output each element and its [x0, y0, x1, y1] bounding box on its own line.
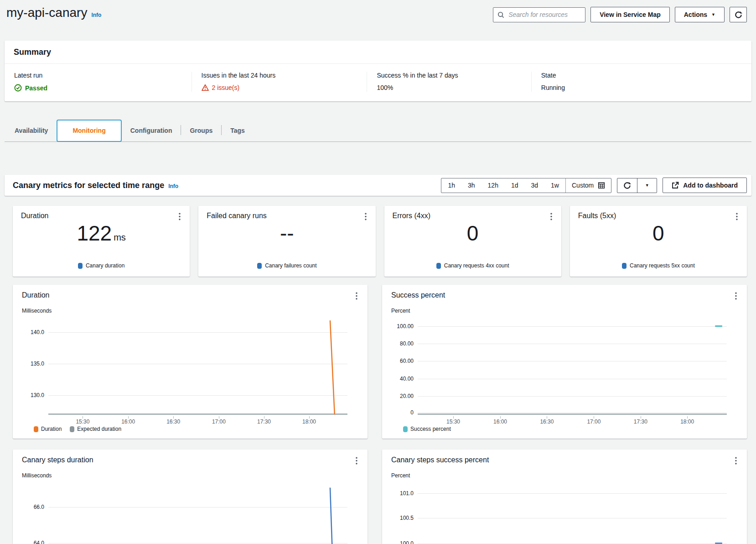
legend-item[interactable]: Expected duration [70, 426, 121, 432]
x-axis-labels: 15:3016:0016:3017:0017:3018:00 [48, 415, 347, 424]
range-12h[interactable]: 12h [482, 178, 505, 193]
chart-duration: Duration Milliseconds 140.0135.0130.0 15… [13, 285, 368, 439]
y-tick-label: 80.00 [400, 340, 414, 347]
y-tick-label: 100.5 [400, 515, 414, 521]
warning-triangle-icon [202, 84, 209, 91]
kebab-menu-icon[interactable] [178, 212, 181, 221]
kebab-menu-icon[interactable] [735, 212, 739, 221]
x-tick-label: 16:00 [493, 418, 507, 425]
plot-area[interactable]: 140.0135.0130.0 [48, 319, 347, 415]
y-tick-label: 140.0 [31, 329, 44, 335]
refresh-icon [623, 182, 631, 189]
metrics-info-link[interactable]: Info [168, 183, 178, 189]
x-tick-label: 16:30 [166, 418, 180, 425]
check-circle-icon [14, 84, 22, 92]
legend-swatch [78, 263, 83, 269]
external-link-icon [672, 182, 679, 189]
resource-search[interactable] [493, 7, 585, 22]
add-to-dashboard-button[interactable]: Add to dashboard [663, 178, 747, 193]
stat-card-legend: Canary duration [21, 262, 181, 269]
stat-card-title: Faults (5xx) [578, 212, 616, 220]
refresh-split-button: ▼ [617, 178, 657, 193]
range-1h[interactable]: 1h [441, 178, 461, 193]
search-input[interactable] [507, 10, 581, 19]
plot-area[interactable]: 66.064.0 [48, 484, 347, 544]
x-tick-label: 15:30 [76, 418, 89, 425]
issues-status: 2 issue(s) [202, 84, 357, 91]
page-title: my-api-canary [6, 5, 87, 20]
legend-swatch [436, 263, 441, 269]
actions-button[interactable]: Actions ▼ [675, 7, 725, 22]
x-axis-labels: 15:3016:0016:3017:0017:3018:00 [418, 415, 727, 424]
metrics-refresh-button[interactable] [617, 178, 637, 193]
summary-field-latest-run: Latest run Passed [5, 72, 192, 92]
chart-title: Canary steps duration [22, 456, 93, 464]
stat-card-value: 122ms [21, 222, 181, 245]
issues-value[interactable]: 2 issue(s) [212, 84, 240, 91]
top-bar: my-api-canary Info View in Service Map A… [0, 0, 756, 22]
field-label: Success % in the last 7 days [377, 72, 521, 79]
page-title-wrap: my-api-canary Info [6, 5, 101, 20]
series-line-layer [418, 319, 727, 415]
y-axis-unit: Percent [391, 472, 738, 479]
legend-item[interactable]: Success percent [403, 426, 451, 432]
metrics-title-wrap: Canary metrics for selected time range I… [13, 181, 178, 190]
tab-configuration[interactable]: Configuration [122, 120, 181, 141]
range-3d[interactable]: 3d [525, 178, 545, 193]
stat-card-title: Duration [21, 212, 48, 220]
y-tick-label: 100.0 [400, 540, 414, 544]
legend-label: Success percent [410, 426, 451, 432]
kebab-menu-icon[interactable] [355, 456, 358, 466]
refresh-button[interactable] [730, 7, 747, 22]
stat-card-faults-5xx: Faults (5xx) 0 Canary requests 5xx count [570, 206, 747, 277]
y-tick-label: 66.0 [34, 504, 44, 510]
y-tick-label: 40.00 [400, 376, 414, 382]
y-axis-unit: Milliseconds [22, 472, 358, 479]
calendar-icon [598, 182, 605, 189]
stat-card-value: 0 [393, 222, 553, 245]
time-range-group: 1h 3h 12h 1d 3d 1w Custom [441, 178, 611, 193]
chart-title: Canary steps success percent [391, 456, 489, 464]
tab-availability[interactable]: Availability [6, 120, 57, 141]
kebab-menu-icon[interactable] [734, 456, 738, 466]
kebab-menu-icon[interactable] [734, 291, 738, 301]
tab-tags[interactable]: Tags [222, 120, 254, 141]
legend-item[interactable]: Duration [34, 426, 62, 432]
legend-swatch [70, 426, 74, 432]
view-in-service-map-button[interactable]: View in Service Map [590, 7, 670, 22]
stat-card-legend: Canary requests 4xx count [393, 262, 553, 269]
legend-label: Expected duration [77, 426, 121, 432]
title-info-link[interactable]: Info [91, 12, 101, 18]
range-1d[interactable]: 1d [505, 178, 525, 193]
stat-card-value: 0 [578, 222, 739, 245]
plot-area[interactable]: 101.0100.5100.0 [418, 484, 727, 544]
chart-canary-steps-success-percent: Canary steps success percent Percent 101… [382, 450, 747, 544]
y-tick-label: 130.0 [31, 392, 44, 398]
kebab-menu-icon[interactable] [364, 212, 368, 221]
tab-groups[interactable]: Groups [181, 120, 221, 141]
x-tick-label: 18:00 [680, 418, 694, 425]
series-line-layer [418, 484, 727, 544]
x-tick-label: 15:30 [446, 418, 460, 425]
range-3h[interactable]: 3h [461, 178, 482, 193]
summary-header: Summary [5, 41, 751, 64]
x-tick-label: 18:00 [302, 418, 316, 425]
kebab-menu-icon[interactable] [549, 212, 553, 221]
range-1w[interactable]: 1w [544, 178, 565, 193]
plot-area[interactable]: 100.0080.0060.0040.0020.000 [418, 319, 727, 415]
summary-grid: Latest run Passed Issues in the last 24 … [5, 64, 751, 101]
y-axis-unit: Milliseconds [22, 308, 358, 314]
kebab-menu-icon[interactable] [355, 291, 358, 301]
stat-card-title: Failed canary runs [207, 212, 267, 220]
summary-field-state: State Running [531, 72, 751, 92]
x-tick-label: 17:30 [257, 418, 271, 425]
range-custom[interactable]: Custom [565, 178, 611, 193]
stat-card-legend: Canary requests 5xx count [578, 262, 739, 269]
tab-monitoring[interactable]: Monitoring [57, 120, 121, 142]
search-icon [497, 11, 504, 18]
field-label: State [541, 72, 742, 79]
refresh-options-button[interactable]: ▼ [637, 178, 657, 193]
chart-legend: DurationExpected duration [34, 426, 358, 432]
y-tick-label: 135.0 [31, 361, 44, 367]
time-range-controls: 1h 3h 12h 1d 3d 1w Custom ▼ [441, 178, 747, 193]
